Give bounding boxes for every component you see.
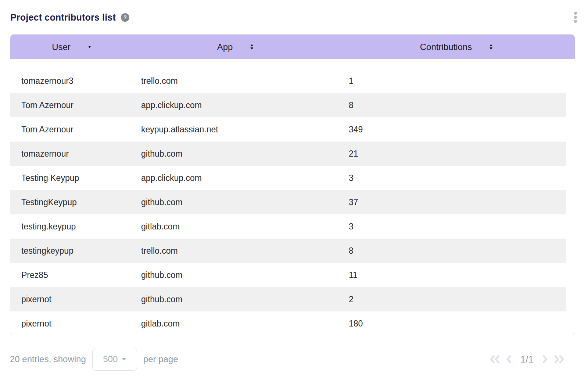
sort-up-icon [490,44,492,46]
cell-contributions: 3 [338,222,566,232]
column-label-user: User [52,42,71,52]
cell-app: gitlab.com [133,319,338,329]
help-icon[interactable]: ? [121,13,129,22]
cell-user: pixernot [10,295,133,304]
cell-user: Tom Azernour [10,100,133,110]
chevron-left-icon [506,354,513,364]
table-row: Tom Azernour keypup.atlassian.net 349 [10,117,566,142]
sort-icon-app [250,44,253,50]
kebab-dot [574,12,577,15]
cell-app: app.clickup.com [133,173,338,183]
cell-user: Tom Azernour [10,125,133,135]
cell-contributions: 180 [338,319,566,329]
table-row: tomazernour github.com 21 [10,142,566,166]
cell-user: pixernot [10,319,133,329]
page-indicator: 1/1 [520,354,534,365]
double-chevron-right-icon [553,354,565,364]
cell-contributions: 21 [338,149,566,159]
cell-user: tomazernour [10,149,133,159]
table-row: TestingKeypup github.com 37 [10,190,566,214]
table-rows: tomazernour3 trello.com 1 Tom Azernour a… [10,69,566,335]
cell-contributions: 8 [338,246,566,256]
cell-app: github.com [133,197,338,207]
column-label-contributions: Contributions [420,42,472,52]
cell-user: Testing Keypup [10,173,133,183]
next-page-button[interactable] [541,354,548,364]
sort-down-icon [250,47,253,50]
table-footer: 20 entries, showing 500 per page 1/1 [10,347,565,371]
pagination: 1/1 [489,354,565,365]
table-row: testing.keypup gitlab.com 3 [10,214,566,239]
kebab-dot [574,16,577,19]
page-size-select[interactable]: 500 [92,348,137,371]
kebab-dot [574,20,577,23]
project-contributors-widget: Project contributors list ? User App [0,0,588,389]
cell-contributions: 11 [338,270,566,280]
double-chevron-left-icon [489,354,501,364]
cell-contributions: 1 [338,76,566,86]
chevron-right-icon [541,354,548,364]
column-header-contributions[interactable]: Contributions [338,35,575,59]
cell-app: github.com [133,149,338,159]
first-page-button[interactable] [489,354,501,364]
cell-user: Prez85 [10,270,133,280]
cell-user: TestingKeypup [10,197,133,207]
cell-user: tomazernour3 [10,76,133,86]
table-row: Prez85 github.com 11 [10,263,566,287]
cell-contributions: 2 [338,295,566,304]
column-label-app: App [217,42,233,52]
entries-count-label: 20 entries, showing [10,354,86,364]
per-page-label: per page [143,354,178,364]
cell-app: trello.com [133,76,338,86]
cell-contributions: 3 [338,173,566,183]
cell-app: gitlab.com [133,222,338,232]
last-page-button[interactable] [553,354,565,364]
cell-user: testingkeypup [10,246,133,256]
table-body: tomazernour3 trello.com 1 Tom Azernour a… [10,69,575,335]
table-row: tomazernour3 trello.com 1 [10,69,566,93]
table-row: Testing Keypup app.clickup.com 3 [10,166,566,190]
kebab-menu-button[interactable] [572,10,579,24]
table-header-row: User App Contributions [10,35,575,59]
previous-page-button[interactable] [506,354,513,364]
sort-up-icon [250,44,253,46]
cell-contributions: 37 [338,197,566,207]
column-header-user[interactable]: User [10,35,133,59]
sort-icon-user [88,46,91,48]
table-row: pixernot gitlab.com 180 [10,311,566,335]
column-header-app[interactable]: App [133,35,338,59]
cell-app: trello.com [133,246,338,256]
cell-user: testing.keypup [10,222,133,232]
table-row: testingkeypup trello.com 8 [10,239,566,263]
sort-down-icon [490,47,492,50]
cell-app: github.com [133,270,338,280]
cell-contributions: 349 [338,125,566,135]
contributors-table-card: User App Contributions [10,34,575,335]
caret-down-icon [122,358,126,361]
cell-app: app.clickup.com [133,100,338,110]
cell-contributions: 8 [338,100,566,110]
page-title: Project contributors list [10,12,116,23]
table-row: Tom Azernour app.clickup.com 8 [10,93,566,117]
page-size-value: 500 [103,354,118,364]
sort-icon-contributions [490,44,492,50]
cell-app: keypup.atlassian.net [133,125,338,135]
table-row: pixernot github.com 2 [10,287,566,311]
widget-titlebar: Project contributors list ? [10,11,579,24]
cell-app: github.com [133,295,338,304]
